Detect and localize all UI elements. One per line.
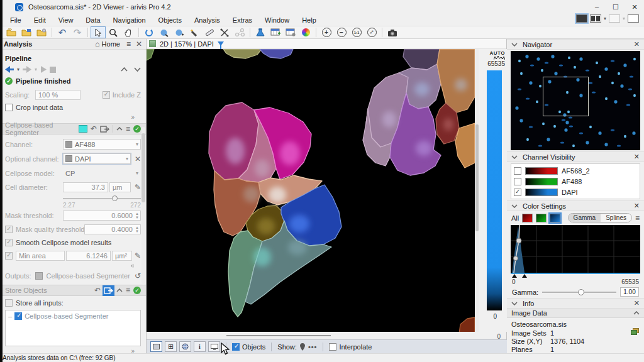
gamma-splines-tabs[interactable]: Gamma Splines	[568, 213, 632, 222]
cell-orange-small[interactable]	[455, 123, 475, 168]
pan-tool-icon[interactable]	[121, 26, 136, 38]
undo-icon[interactable]: ↶	[55, 26, 70, 38]
save-document-icon[interactable]	[19, 26, 34, 38]
minimize-button[interactable]: –	[587, 1, 606, 13]
menu-view[interactable]: View	[52, 15, 80, 25]
menu-file[interactable]: File	[4, 15, 28, 25]
channels-close-icon[interactable]: ✕	[634, 153, 640, 161]
interpolate-checkbox[interactable]	[329, 343, 336, 351]
table-settings-icon[interactable]	[283, 26, 298, 38]
store-output-icon[interactable]	[104, 287, 113, 295]
viewer-vertical-scrollbar[interactable]	[475, 49, 479, 332]
select-circle-icon[interactable]	[157, 26, 172, 38]
store-menu-icon[interactable]: ≡	[126, 287, 130, 294]
collapse-section-icon[interactable]: »	[131, 114, 141, 121]
store-collapse-icon[interactable]	[116, 288, 123, 292]
colorsettings-collapse-icon[interactable]	[511, 204, 518, 208]
menu-objects[interactable]: Objects	[152, 15, 188, 25]
viewer-horizontal-scrollbar[interactable]	[147, 332, 475, 339]
navigator-view-rect[interactable]	[543, 77, 589, 116]
rust-corner[interactable]	[459, 317, 475, 332]
store-undo-icon[interactable]: ↶	[94, 287, 101, 294]
view-monitor-icon[interactable]	[208, 341, 220, 352]
cell-diameter-slider[interactable]	[0, 194, 146, 202]
min-area-value[interactable]: 6.1246	[66, 251, 111, 261]
rotate-view-icon[interactable]	[142, 26, 157, 38]
store-item-checkbox[interactable]	[14, 312, 22, 320]
range-min-marker[interactable]	[512, 274, 517, 278]
view-3d-icon[interactable]	[179, 341, 191, 352]
green-channel-swatch[interactable]	[536, 214, 547, 222]
optional-channel-select[interactable]: DAPI▾	[63, 153, 131, 164]
range-max-marker[interactable]	[522, 274, 527, 278]
colorsettings-menu-icon[interactable]: ≡	[635, 214, 640, 222]
collapse-up-double-icon[interactable]: »	[131, 263, 141, 270]
segmenter-color-swatch[interactable]	[79, 125, 87, 133]
tab-splines[interactable]: Splines	[601, 214, 631, 222]
color-wheel-icon[interactable]	[298, 26, 313, 38]
store-all-checkbox[interactable]	[5, 299, 13, 307]
scaling-input[interactable]: 100 %	[35, 90, 80, 100]
intensity-colorbar[interactable]	[487, 70, 502, 310]
navigator-collapse-icon[interactable]	[511, 43, 518, 47]
layout-single-icon[interactable]	[576, 14, 587, 23]
view-single-icon[interactable]	[150, 341, 162, 352]
store-inputs-list[interactable]: –Cellpose-based Segmenter	[5, 310, 141, 346]
pointer-tool-icon[interactable]	[91, 26, 106, 38]
zoom-one-to-one-icon[interactable]: 1:1	[349, 26, 364, 38]
crop-input-checkbox[interactable]	[5, 104, 13, 111]
measure-tool-icon[interactable]	[202, 26, 217, 38]
step-back-icon[interactable]	[5, 66, 14, 73]
outputs-reset-icon[interactable]: ↺	[135, 272, 141, 280]
min-area-edit-icon[interactable]: ✎	[135, 252, 141, 260]
gamma-value[interactable]: 1.00	[620, 287, 639, 297]
monitor-layout-icon[interactable]	[628, 14, 639, 23]
olive-top[interactable]	[223, 49, 262, 58]
all-channels-label[interactable]: All	[511, 214, 519, 222]
segmenter-menu-icon[interactable]: ≡	[126, 125, 130, 133]
image-data-collapse-icon[interactable]	[633, 311, 640, 315]
home-button[interactable]: ⌂Home	[95, 40, 120, 48]
navigator-close-icon[interactable]: ✕	[634, 40, 640, 48]
select-circle-add-icon[interactable]	[172, 26, 187, 38]
cell-diameter-input[interactable]: 37.3	[63, 182, 108, 192]
expand-down-icon[interactable]	[134, 67, 141, 72]
close-document-icon[interactable]	[34, 26, 49, 38]
cellpose-model-select[interactable]: CP▾	[63, 168, 141, 178]
min-area-name[interactable]: Min area	[16, 251, 65, 261]
close-button[interactable]: ✕	[625, 1, 644, 13]
colorsettings-close-icon[interactable]: ✕	[634, 202, 640, 210]
store-list-item[interactable]: –Cellpose-based Segmenter	[8, 312, 138, 320]
mask-quality-spin[interactable]: 0.4000▲▼	[84, 224, 141, 234]
panel-menu-icon[interactable]: ≡	[126, 40, 131, 48]
navigator-thumbnail[interactable]	[511, 51, 640, 150]
channels-collapse-icon[interactable]	[511, 155, 518, 159]
maximize-button[interactable]: ☐	[606, 1, 625, 13]
channel-gradient-swatch[interactable]	[525, 189, 558, 196]
menu-edit[interactable]: Edit	[28, 15, 52, 25]
smooth-results-checkbox[interactable]	[5, 239, 13, 246]
snapshot-camera-icon[interactable]	[385, 26, 400, 38]
red-channel-swatch[interactable]	[522, 214, 533, 222]
step-back-dropdown-icon[interactable]: ▾	[17, 67, 19, 72]
histogram-editor[interactable]	[511, 225, 640, 274]
channel-checkbox-af568_2[interactable]	[514, 167, 521, 175]
menu-window[interactable]: Window	[258, 15, 296, 25]
cell-diameter-edit-icon[interactable]: ✎	[135, 184, 141, 191]
menu-navigation[interactable]: Navigation	[107, 15, 152, 25]
magic-wand-icon[interactable]	[187, 26, 202, 38]
menu-data[interactable]: Data	[79, 15, 106, 25]
menu-help[interactable]: Help	[296, 15, 323, 25]
fit-to-window-icon[interactable]: ⤢	[364, 26, 379, 38]
mask-quality-checkbox[interactable]	[5, 226, 13, 233]
info-close-icon[interactable]: ✕	[634, 299, 640, 307]
channel-checkbox-af488[interactable]	[514, 178, 521, 185]
channel-gradient-swatch[interactable]	[525, 178, 558, 185]
segmenter-output-icon[interactable]	[100, 125, 109, 133]
show-tracks-icon[interactable]: •••	[308, 343, 318, 351]
zoom-out-icon[interactable]: −	[334, 26, 349, 38]
min-area-checkbox[interactable]	[5, 252, 13, 260]
panel-close-icon[interactable]: ✕	[136, 40, 142, 48]
tab-gamma[interactable]: Gamma	[569, 214, 601, 222]
show-pin-icon[interactable]	[299, 343, 306, 351]
